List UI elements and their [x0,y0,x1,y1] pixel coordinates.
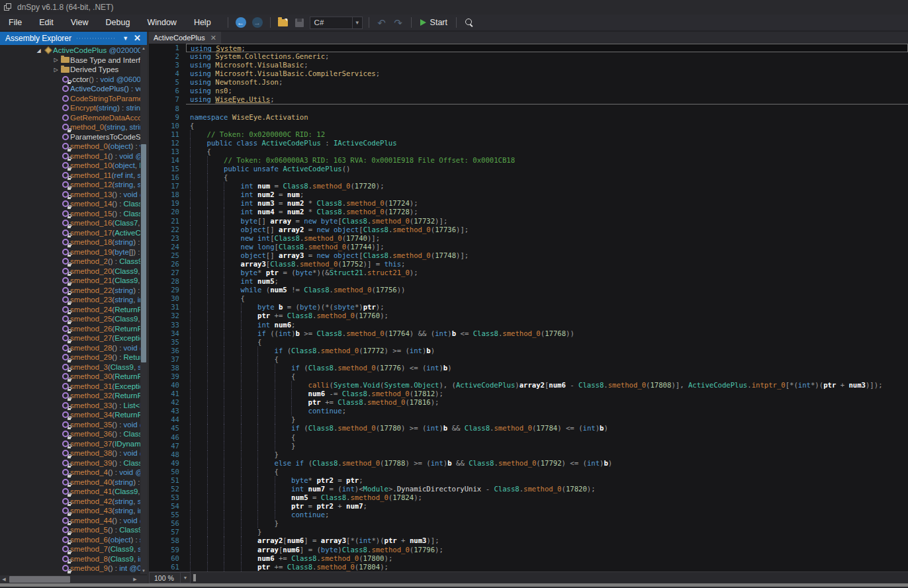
decompiled-code[interactable]: using System;using System.Collections.Ge… [186,44,908,571]
tree-item[interactable]: smethod_2() : Class9 @ [0,257,140,267]
tree-item[interactable]: smethod_34(ReturnPa [0,410,140,420]
tree-item[interactable]: smethod_11(ref int, st [0,171,140,181]
tree-item[interactable]: smethod_28() : void @ [0,343,140,353]
tree-item[interactable]: smethod_19(byte[]) : s [0,247,140,257]
tree-item[interactable]: smethod_4() : void @0 [0,468,140,478]
navigate-forward-button[interactable]: → [251,16,264,29]
tree-item[interactable]: smethod_20(Class9, st [0,267,140,276]
tree-item[interactable]: Encrypt(string) : string [0,103,140,113]
menu-window[interactable]: Window [138,14,185,31]
open-file-button[interactable] [277,16,290,29]
tree-item[interactable]: smethod_32(ReturnPa [0,391,140,401]
zoom-chevron-down-icon[interactable]: ▼ [181,572,191,583]
tree-item[interactable]: smethod_5() : Class9 @ [0,525,140,535]
tree-item[interactable]: method_0(string, strin [0,122,140,132]
tree-item[interactable]: smethod_35() : void @ [0,420,140,430]
tree-item[interactable]: smethod_13() : void @ [0,190,140,200]
tree-horizontal-scrollbar[interactable]: ◀ ▶ [0,575,147,583]
tree-item[interactable]: smethod_22(string) : R [0,286,140,296]
menu-file[interactable]: File [0,14,30,31]
tree-item[interactable]: smethod_21(Class9, st [0,276,140,286]
tree-item[interactable]: smethod_44() : void @ [0,516,140,526]
tree-item[interactable]: smethod_16(Class7, st [0,218,140,228]
tree-item[interactable]: smethod_29() : Return [0,353,140,362]
code-horizontal-scrollbar[interactable] [191,572,908,583]
tree-item[interactable]: smethod_38() : void @ [0,448,140,458]
tree-item[interactable]: GetRemoteDataAccou [0,113,140,123]
tree-hscroll-thumb[interactable] [9,576,70,583]
tree-item[interactable]: CodeStringToParamet [0,94,140,104]
tree-item[interactable]: smethod_30(ReturnPa [0,372,140,382]
tree-item[interactable]: smethod_9() : int @06 [0,564,140,573]
language-select[interactable]: C# ▼ [310,17,363,29]
tree-item[interactable]: smethod_10(object, In [0,161,140,171]
tree-vscroll-thumb[interactable] [141,144,146,362]
indent-guide [190,450,191,459]
expander-closed-icon[interactable]: ▷ [52,67,60,73]
tree-item[interactable]: smethod_8(Class9, int) [0,554,140,564]
tree-item[interactable]: smethod_0(object) : v [0,142,140,151]
tree-item[interactable]: ▷Base Type and Interfaces [0,56,140,65]
tree-item[interactable]: ParametersToCodeStri [0,132,140,142]
close-icon[interactable]: ✕ [131,32,144,45]
menu-help[interactable]: Help [185,14,220,31]
tree-item[interactable]: smethod_25(Class9, st [0,314,140,324]
code-line: { [186,294,908,303]
code-line: array3[Class8.smethod_0(17752)] = this; [186,260,908,269]
line-number: 38 [149,364,179,372]
tree-item[interactable]: smethod_17(ActiveCo [0,228,140,238]
tree-item[interactable]: smethod_39() : Class9 [0,458,140,468]
tree-item[interactable]: smethod_24(ReturnPa [0,305,140,315]
chevron-down-icon[interactable]: ▼ [120,32,131,45]
assembly-explorer-header[interactable]: Assembly Explorer ▼ ✕ [0,32,147,45]
tree-item[interactable]: smethod_23(string, int [0,295,140,305]
tree-item[interactable]: smethod_1() : void @0 [0,151,140,161]
tree-item[interactable]: smethod_14() : Class9 [0,199,140,209]
menu-debug[interactable]: Debug [97,14,139,31]
tree-item[interactable]: ActiveCodePlus() : voi [0,84,140,94]
search-assemblies-button[interactable] [463,16,476,29]
expander-closed-icon[interactable]: ▷ [52,57,60,63]
tree-item[interactable]: smethod_40(string) : s [0,478,140,487]
tree-item[interactable]: smethod_15() : Class7 [0,209,140,219]
tree-item[interactable]: smethod_42(string, str [0,497,140,507]
tree-item[interactable]: smethod_6(object) : st [0,535,140,545]
code-line: int num = Class8.smethod_0(17720); [186,182,908,190]
navigate-back-button[interactable]: ← [234,16,248,29]
expander-open-icon[interactable]: ◢ [34,48,43,54]
scroll-down-icon[interactable]: ▼ [140,567,147,574]
tab-activecodeplus[interactable]: ActiveCodePlus ✕ [149,32,221,44]
save-module-button[interactable] [293,16,306,29]
tree-item[interactable]: ▷Derived Types [0,65,140,75]
tree-item[interactable]: smethod_12(string, str [0,180,140,190]
scroll-up-icon[interactable]: ▲ [140,45,147,52]
code-area[interactable]: 1234567891011121314151617181920212223242… [149,44,908,571]
menu-edit[interactable]: Edit [30,14,62,31]
zoom-level-select[interactable]: 100 % [149,572,181,583]
tree-item[interactable]: .cctor() : void @060000 [0,75,140,85]
undo-button[interactable]: ↶ [375,16,388,29]
indent-guide [257,407,258,415]
tree-item[interactable]: smethod_36() : Class9 [0,429,140,439]
tab-close-icon[interactable]: ✕ [210,34,216,42]
tree-item[interactable]: smethod_41(Class9, st [0,487,140,497]
tree-item[interactable]: smethod_7(Class9, stri [0,544,140,554]
tree-item[interactable]: ◢ActiveCodePlus @0200000 [0,46,140,56]
start-debug-button[interactable]: Start [418,18,450,27]
tree-item[interactable]: smethod_26(ReturnPa [0,324,140,334]
tree-item[interactable]: smethod_43(string, int [0,506,140,516]
menu-view[interactable]: View [62,14,97,31]
redo-button[interactable]: ↷ [392,16,405,29]
tree-item[interactable]: smethod_33() : List<M [0,401,140,411]
indent-guide [241,476,242,485]
chevron-down-icon[interactable]: ▼ [352,17,362,28]
tree-item[interactable]: smethod_27(Exception [0,333,140,343]
tree-item[interactable]: smethod_18(string) : b [0,237,140,247]
scroll-right-icon[interactable]: ▶ [131,575,139,583]
tree-item[interactable]: smethod_31(Exception [0,382,140,392]
scroll-left-icon[interactable]: ◀ [0,575,8,583]
tree-item[interactable]: smethod_37(IDynamic [0,439,140,449]
tree-vertical-scrollbar[interactable]: ▲ ▼ [140,45,147,574]
tree-item[interactable]: smethod_3(Class9, stri [0,362,140,372]
code-hscroll-thumb[interactable] [193,574,196,581]
